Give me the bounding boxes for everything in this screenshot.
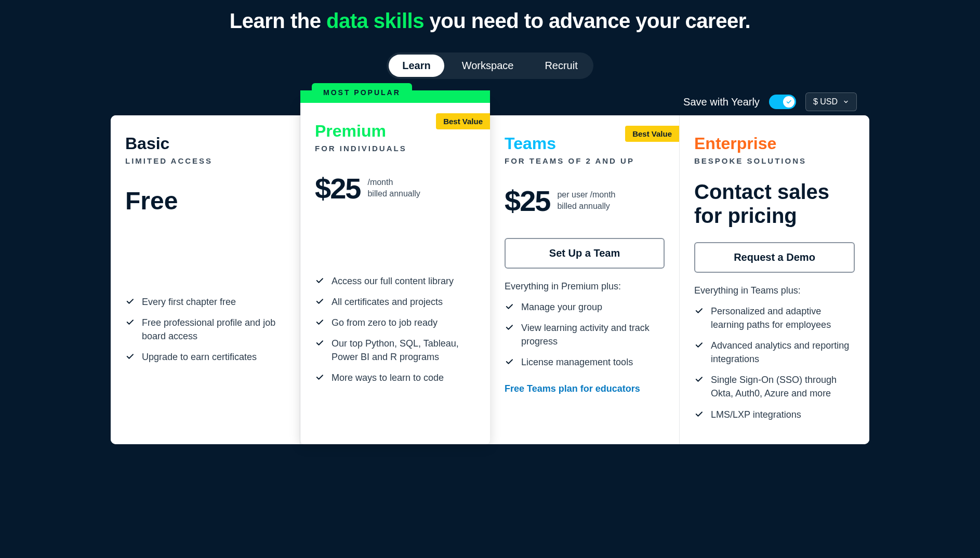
feature-item: Access our full content library (315, 274, 475, 288)
page-headline: Learn the data skills you need to advanc… (111, 0, 869, 33)
lead-line-teams: Everything in Premium plus: (505, 281, 665, 292)
check-icon (505, 302, 514, 313)
feature-item: Upgrade to earn certificates (125, 350, 285, 364)
price-meta-line: /month (367, 177, 420, 188)
feature-item: More ways to learn to code (315, 371, 475, 384)
headline-post: you need to advance your career. (424, 9, 750, 32)
feature-list-basic: Every first chapter free Free profession… (125, 295, 285, 364)
price-meta-line: billed annually (557, 201, 615, 212)
feature-text: Advanced analytics and reporting integra… (711, 339, 855, 366)
check-icon (694, 306, 704, 317)
yearly-toggle-label: Save with Yearly (683, 96, 760, 108)
check-icon (315, 276, 324, 287)
price-meta-line: billed annually (367, 188, 420, 200)
feature-item: All certificates and projects (315, 295, 475, 309)
feature-item: Advanced analytics and reporting integra… (694, 339, 855, 366)
check-icon (125, 297, 135, 308)
headline-accent: data skills (326, 9, 424, 32)
check-icon (694, 375, 704, 386)
check-icon (505, 357, 514, 368)
check-icon (315, 297, 324, 308)
feature-list-premium: Access our full content library All cert… (315, 274, 475, 385)
currency-select[interactable]: $ USD (805, 92, 857, 111)
plan-sub-teams: FOR TEAMS OF 2 AND UP (505, 156, 665, 165)
plan-price-teams: $25 (505, 184, 550, 218)
plan-name-basic: Basic (125, 134, 285, 153)
plan-sub-premium: FOR INDIVIDUALS (315, 144, 475, 153)
chevron-down-icon (843, 99, 849, 105)
currency-label: $ USD (813, 97, 838, 107)
feature-item: Our top Python, SQL, Tableau, Power BI a… (315, 337, 475, 364)
check-icon (125, 317, 135, 329)
plan-price-premium: $25 (315, 171, 360, 205)
best-value-badge: Best Value (436, 113, 490, 129)
feature-text: Access our full content library (332, 274, 454, 288)
plan-sub-enterprise: BESPOKE SOLUTIONS (694, 156, 855, 165)
plan-price-basic: Free (125, 187, 178, 215)
plan-price-meta-teams: per user /month billed annually (557, 189, 615, 212)
feature-item: Go from zero to job ready (315, 316, 475, 329)
yearly-toggle[interactable] (769, 95, 796, 109)
price-meta-line: per user /month (557, 189, 615, 201)
check-icon (315, 317, 324, 329)
feature-text: Our top Python, SQL, Tableau, Power BI a… (332, 337, 475, 364)
popular-tab: MOST POPULAR (312, 83, 412, 99)
feature-item: LMS/LXP integrations (694, 408, 855, 421)
feature-text: Upgrade to earn certificates (142, 350, 257, 364)
lead-line-enterprise: Everything in Teams plus: (694, 285, 855, 296)
feature-item: Manage your group (505, 300, 665, 314)
plan-price-enterprise: Contact sales for pricing (694, 180, 855, 228)
feature-text: View learning activity and track progres… (521, 321, 665, 348)
tab-learn[interactable]: Learn (389, 55, 444, 77)
feature-item: License management tools (505, 355, 665, 369)
feature-list-enterprise: Personalized and adaptive learning paths… (694, 304, 855, 421)
tab-recruit[interactable]: Recruit (531, 55, 591, 77)
plan-enterprise: Enterprise BESPOKE SOLUTIONS Contact sal… (680, 115, 869, 444)
check-icon (694, 409, 704, 421)
check-icon (315, 373, 324, 384)
feature-text: All certificates and projects (332, 295, 443, 309)
feature-text: Every first chapter free (142, 295, 236, 309)
plan-name-enterprise: Enterprise (694, 134, 855, 153)
check-icon (125, 352, 135, 363)
best-value-badge: Best Value (625, 126, 679, 142)
check-icon (315, 338, 324, 350)
feature-text: More ways to learn to code (332, 371, 444, 384)
feature-text: Manage your group (521, 300, 602, 314)
feature-item: Personalized and adaptive learning paths… (694, 304, 855, 331)
feature-item: Single Sign-On (SSO) through Okta, Auth0… (694, 373, 855, 400)
product-tabs: Learn Workspace Recruit (387, 52, 593, 79)
headline-pre: Learn the (230, 9, 326, 32)
feature-item: Free professional profile and job board … (125, 316, 285, 343)
feature-text: Go from zero to job ready (332, 316, 438, 329)
feature-list-teams: Manage your group View learning activity… (505, 300, 665, 369)
check-icon (786, 99, 792, 105)
toggle-knob (783, 96, 794, 108)
tab-workspace[interactable]: Workspace (448, 55, 527, 77)
pricing-grid: Basic LIMITED ACCESS Free Every first ch… (111, 115, 869, 444)
setup-team-button[interactable]: Set Up a Team (505, 238, 665, 269)
feature-text: Single Sign-On (SSO) through Okta, Auth0… (711, 373, 855, 400)
feature-item: Every first chapter free (125, 295, 285, 309)
feature-text: Free professional profile and job board … (142, 316, 285, 343)
check-icon (505, 323, 514, 334)
feature-text: LMS/LXP integrations (711, 408, 801, 421)
plan-premium: MOST POPULAR Best Value Premium FOR INDI… (300, 103, 490, 444)
check-icon (694, 340, 704, 352)
feature-text: License management tools (521, 355, 633, 369)
educators-link[interactable]: Free Teams plan for educators (505, 383, 640, 394)
plan-sub-basic: LIMITED ACCESS (125, 156, 285, 165)
plan-teams: Best Value Teams FOR TEAMS OF 2 AND UP $… (490, 115, 680, 444)
plan-basic: Basic LIMITED ACCESS Free Every first ch… (111, 115, 300, 444)
feature-text: Personalized and adaptive learning paths… (711, 304, 855, 331)
plan-price-meta-premium: /month billed annually (367, 177, 420, 200)
feature-item: View learning activity and track progres… (505, 321, 665, 348)
request-demo-button[interactable]: Request a Demo (694, 242, 855, 273)
